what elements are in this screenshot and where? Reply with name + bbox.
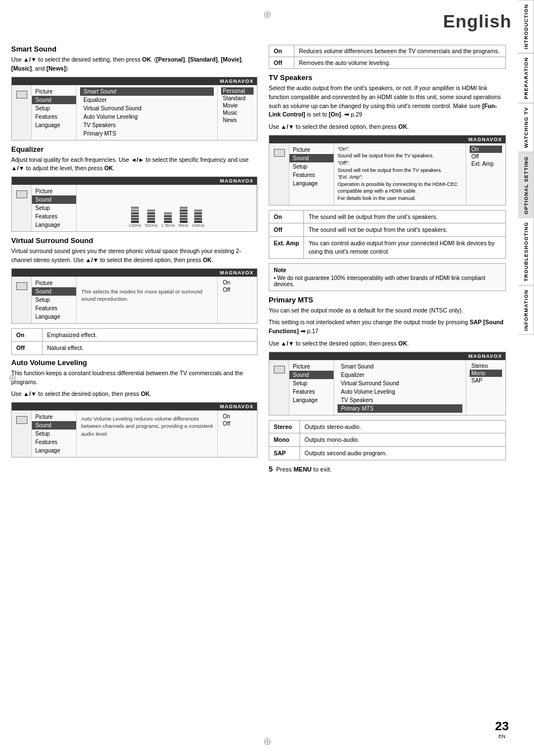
menu-item-setup: Setup [32,104,76,113]
avl-on: On [221,413,254,420]
tv-speakers-brand: MAGNAVOX [269,136,505,143]
avl-right-on-desc: Reduces volume differences between the T… [294,45,506,57]
pmts-mono-label: Mono [269,433,300,447]
pmts-features: Features [289,388,334,396]
pmts-sap-row: SAP Outputs second audio program. [269,446,506,460]
menu-right-standard: Standard [221,95,254,102]
ts-picture: Picture [289,146,334,154]
tv-speakers-table: On The sound will be output from the uni… [269,210,506,259]
smart-sound-section: Smart Sound Use ▲/▼ to select the desire… [11,45,257,141]
top-crosshair: ⊕ [263,8,271,21]
equalizer-instruction: Adjust tonal quality for each frequencie… [11,156,257,174]
avl-right-on-label: On [269,45,294,57]
tv-speakers-icon [269,143,289,205]
ts-ext-amp: Ext. Amp [470,160,502,167]
table-row-on: On Emphasized effect. [12,328,257,342]
ts-features: Features [289,171,334,179]
pmts-equalizer: Equalizer [338,371,462,379]
pmts-instruction2: This setting is not interlocked when you… [269,318,506,336]
eq-menu-sound: Sound [32,195,76,204]
tv-speakers-menu: MAGNAVOX Picture Sound Setup Features La… [269,135,506,206]
ts-table-ext: Ext. Amp You can control audio output fr… [269,237,506,258]
ts-desc-ext-label: "Ext. Amp": [338,174,462,181]
vss-section: Virtual Surround Sound Virtual surround … [11,236,257,355]
avl-sound: Sound [32,421,76,430]
ts-language: Language [289,179,334,188]
tv-speakers-display [274,149,285,157]
ts-desc-off-label: "Off": [338,160,462,167]
equalizer-menu: MAGNAVOX Picture Sound Setup Features La… [11,176,257,232]
ts-desc-on-label: "On": [338,146,462,153]
eq-bar-15khz: 1.5kHz [161,223,175,228]
ts-ext-label: Ext. Amp [269,237,304,258]
eq-menu-left: Picture Sound Setup Features Language [32,185,77,231]
tv-speakers-left: Picture Sound Setup Features Language [289,143,334,205]
menu-center-vss: Virtual Surround Sound [80,104,214,113]
vss-desc: This selects the modes for more spatial … [81,288,213,303]
pmts-mono: Mono [470,370,502,377]
menu-right-news: News [221,116,254,124]
english-header: English [443,11,512,32]
avl-center: Auto Volume Leveling reduces volume diff… [77,410,218,457]
menu-center-avl: Auto Volume Leveling [80,113,214,121]
ts-desc-ext: Operation is possible by connecting to t… [338,181,462,195]
primary-mts-section: Primary MTS You can set the output mode … [269,296,506,473]
primary-mts-menu: MAGNAVOX Picture Sound Setup Features La… [269,352,506,416]
menu-right-items: Personal Standard Movie Music News [218,85,257,140]
pmts-left: Picture Sound Setup Features Language [289,360,334,415]
note-text: • We do not guarantee 100% interoperabil… [274,275,501,287]
pmts-sap-label: SAP [269,446,300,460]
left-crosshair: ⊕ [8,372,17,384]
equalizer-title: Equalizer [11,145,257,153]
vss-off: Off [221,286,254,293]
menu-center-primary-mts: Primary MTS [80,129,214,138]
eq-bars-area: 120Hz [77,185,257,231]
side-tabs: INTRODUCTION PREPARATION WATCHING TV OPT… [518,0,534,756]
vss-title: Virtual Surround Sound [11,236,257,245]
note-title: Note [274,267,501,273]
ts-on-label: On [269,210,304,223]
avl-right-off-desc: Removes the auto volume leveling. [294,57,506,69]
avl-features: Features [32,438,76,446]
tab-troubleshooting: TROUBLESHOOTING [518,218,534,286]
main-content: Smart Sound Use ▲/▼ to select the desire… [11,11,523,745]
vss-display [16,282,27,290]
avl-instruction2: Use ▲/▼ to select the desired option, th… [11,390,257,399]
menu-tv-icon [12,85,32,140]
eq-bar-120hz: 120Hz [128,223,141,228]
avl-off: Off [221,420,254,427]
page-number: 23 [495,719,509,734]
tab-introduction: INTRODUCTION [518,0,534,53]
bottom-crosshair: ⊕ [263,735,271,748]
avl-instruction: This function keeps a constant loudness … [11,369,257,387]
desc-off: Natural effect. [43,342,257,355]
step5-area: 5 Press MENU to exit. [269,465,506,473]
menu-item-language: Language [32,121,76,129]
table-row-off: Off Natural effect. [12,342,257,355]
vss-center: This selects the modes for more spatial … [77,277,218,323]
ts-desc-off: Sound will not be output from the TV spe… [338,167,462,174]
vss-menu: MAGNAVOX Picture Sound Setup Features La… [11,268,257,324]
ts-off: Off [470,153,502,160]
step-number: 5 [269,465,273,473]
primary-mts-table: Stereo Outputs stereo-audio. Mono Output… [269,420,506,460]
vss-body: Picture Sound Setup Features Language Th… [12,277,257,323]
ts-setup: Setup [289,162,334,171]
ts-center: "On": Sound will be output from the TV s… [334,143,466,205]
tab-preparation: PREPARATION [518,53,534,103]
step5-text: Press MENU to exit. [276,466,331,473]
menu-right-movie: Movie [221,102,254,109]
avl-desc: Auto Volume Leveling reduces volume diff… [81,415,213,437]
eq-menu-language: Language [32,221,76,229]
tab-information: INFORMATION [518,286,534,335]
tv-speakers-section: TV Speakers Select the audio output from… [269,73,506,291]
pmts-instruction3: Use ▲/▼ to select the desired option, th… [269,339,506,348]
ts-on: On [470,146,502,153]
tv-speakers-title: TV Speakers [269,73,506,82]
ts-ext-desc: You can control audio output from your c… [304,237,506,258]
vss-on: On [221,279,254,286]
vss-language: Language [32,312,76,321]
eq-tv-icon [12,185,32,231]
smart-sound-title: Smart Sound [11,45,257,53]
label-on: On [12,328,43,342]
